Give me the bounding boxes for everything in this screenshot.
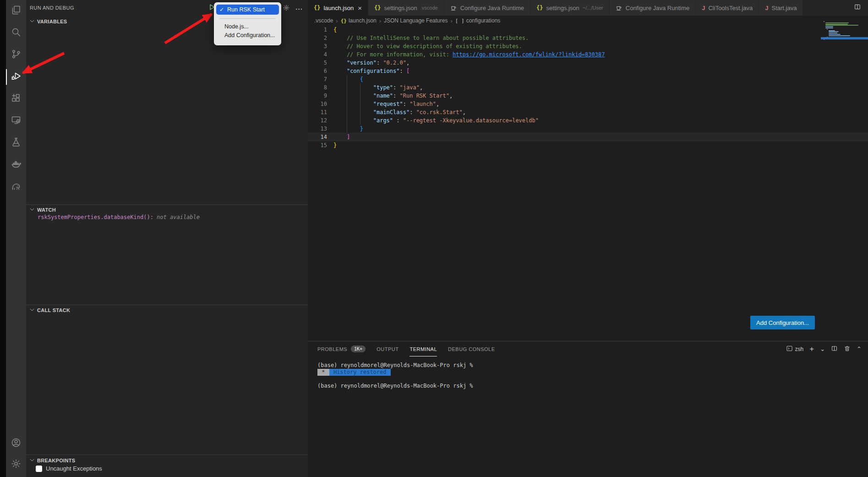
code-line-4[interactable]: 4 // For more information, visit: https:… [308, 50, 868, 59]
code-line-3[interactable]: 3 // Hover to view descriptions of exist… [308, 42, 868, 50]
line-number: 5 [308, 59, 327, 67]
tab-start-java[interactable]: JStart.java [759, 0, 803, 16]
token: "configurations" [347, 68, 400, 74]
tab-launch-json[interactable]: {}launch.json× [308, 0, 368, 16]
views-more-actions-button[interactable]: ⋯ [295, 4, 304, 13]
chevron-down-icon [28, 306, 36, 314]
terminal-output[interactable]: (base) reynoldmorel@Reynolds-MacBook-Pro… [317, 362, 473, 389]
code-line-10[interactable]: 10 "request": "launch", [308, 100, 868, 108]
code-line-14[interactable]: 14 ] [308, 133, 868, 141]
activity-item-remote-explorer[interactable] [6, 110, 26, 132]
breadcrumb-separator: › [450, 17, 452, 24]
code-line-11[interactable]: 11 "mainClass": "co.rsk.Start", [308, 108, 868, 116]
close-icon[interactable]: × [358, 4, 362, 12]
activity-item-docker[interactable] [6, 154, 26, 176]
minimap[interactable] [821, 18, 868, 64]
panel-tab-debug-console[interactable]: DEBUG CONSOLE [448, 341, 495, 356]
activity-item-explorer[interactable] [6, 0, 26, 22]
activity-item-accounts[interactable] [6, 433, 26, 454]
panel-tab-output[interactable]: OUTPUT [377, 341, 399, 356]
code-line-5[interactable]: 5 "version": "0.2.0", [308, 59, 868, 67]
terminal-line: * History restored [317, 369, 473, 376]
vscode-window: RUN AND DEBUG ⋯ VARIABLES WATCH rskSyste… [0, 0, 868, 477]
split-editor-button[interactable] [852, 2, 863, 14]
breadcrumb-item-configurations[interactable]: [ ]configurations [455, 17, 501, 24]
tab-settings-json[interactable]: {}settings.json.vscode [368, 0, 444, 16]
code-editor[interactable]: 1{2 // Use IntelliSense to learn about p… [308, 26, 868, 149]
token: , [436, 101, 439, 107]
breadcrumb: .vscode›{}launch.json›JSON Language Feat… [308, 16, 868, 26]
minimap-line [825, 25, 859, 26]
line-number: 6 [308, 67, 327, 75]
call-stack-section-header[interactable]: CALL STACK [28, 306, 70, 314]
breadcrumb-label: launch.json [349, 17, 377, 24]
line-content: } [327, 141, 337, 149]
token: "--regtest -Xkeyvalue.datasource=leveldb… [403, 117, 539, 124]
activity-item-run-and-debug[interactable] [6, 66, 26, 88]
code-line-7[interactable]: 7 { [308, 75, 868, 83]
activity-item-extensions[interactable] [6, 88, 26, 110]
selected-configuration-label: Run RSK Start [227, 6, 265, 13]
token: https://go.microsoft.com/fwlink/?linkid=… [453, 51, 605, 58]
editor-tabs: {}launch.json×{}settings.json.vscodeConf… [308, 0, 803, 16]
line-content: { [327, 75, 363, 83]
code-line-1[interactable]: 1{ [308, 26, 868, 34]
menu-item-node-js-[interactable]: Node.js... [214, 22, 281, 31]
kill-terminal-button[interactable] [844, 345, 851, 353]
code-line-9[interactable]: 9 "name": "Run RSK Start", [308, 92, 868, 100]
panel-tab-terminal[interactable]: TERMINAL [409, 341, 437, 356]
tab-configure-java-runtime[interactable]: Configure Java Runtime [444, 0, 530, 16]
java-runtime-icon [616, 5, 622, 11]
minimap-line [825, 26, 834, 27]
line-number: 14 [308, 133, 327, 141]
menu-item-run-rsk-start[interactable]: ✓ Run RSK Start [216, 5, 279, 15]
token [333, 117, 373, 124]
launch-profile-chevron-button[interactable]: ⌄ [820, 346, 825, 352]
new-terminal-button[interactable]: + [809, 345, 814, 353]
tab-configure-java-runtime[interactable]: Configure Java Runtime [610, 0, 696, 16]
tab-settings-json[interactable]: {}settings.json~/.../User [530, 0, 610, 16]
breakpoints-section-header[interactable]: BREAKPOINTS [28, 456, 75, 465]
breadcrumb-item-json-language-features[interactable]: JSON Language Features [384, 17, 448, 24]
line-number: 9 [308, 92, 327, 100]
token: , [406, 60, 409, 66]
code-line-8[interactable]: 8 "type": "java", [308, 83, 868, 92]
tab-clitoolstest-java[interactable]: JCliToolsTest.java [696, 0, 759, 16]
indent-guide [347, 116, 347, 125]
breadcrumb-item-launch-json[interactable]: {}launch.json [341, 17, 377, 24]
line-content: "args" : "--regtest -Xkeyvalue.datasourc… [327, 116, 539, 125]
activity-item-testing[interactable] [6, 132, 26, 154]
launch-settings-gear-button[interactable] [282, 4, 291, 13]
token: : [393, 117, 403, 124]
activity-bar-bottom [6, 433, 26, 475]
menu-item-add-configuration-[interactable]: Add Configuration... [214, 31, 281, 39]
maximize-panel-button[interactable]: ⌃ [857, 346, 862, 352]
code-line-13[interactable]: 13 } [308, 125, 868, 133]
activity-item-source-control[interactable] [6, 44, 26, 66]
line-number: 12 [308, 116, 327, 125]
activity-item-settings[interactable] [6, 454, 26, 475]
watch-expression-row[interactable]: rskSystemProperties.databaseKind(): not … [38, 214, 200, 220]
token: ] [347, 134, 350, 140]
code-line-15[interactable]: 15} [308, 141, 868, 149]
code-line-2[interactable]: 2 // Use IntelliSense to learn about pos… [308, 34, 868, 42]
terminal-shell-button[interactable]: zsh [786, 345, 804, 353]
token: { [333, 27, 337, 33]
code-line-6[interactable]: 6 "configurations": [ [308, 67, 868, 75]
indent-guide [347, 92, 347, 100]
activity-item-search[interactable] [6, 22, 26, 44]
token: } [333, 142, 337, 148]
uncaught-exceptions-checkbox[interactable] [36, 466, 42, 472]
call-stack-label: CALL STACK [37, 307, 70, 313]
code-line-12[interactable]: 12 "args" : "--regtest -Xkeyvalue.dataso… [308, 116, 868, 125]
panel-tab-problems[interactable]: PROBLEMS1K+ [317, 341, 366, 356]
add-configuration-button[interactable]: Add Configuration... [750, 316, 815, 329]
variables-section-header[interactable]: VARIABLES [28, 17, 67, 26]
panel-tab-label: DEBUG CONSOLE [448, 346, 495, 352]
line-content: // Use IntelliSense to learn about possi… [327, 34, 529, 42]
split-terminal-button[interactable] [831, 345, 838, 353]
breadcrumb-item--vscode[interactable]: .vscode [314, 17, 333, 24]
activity-item-gradle[interactable] [6, 176, 26, 198]
terminal-icon [786, 345, 793, 353]
watch-section-header[interactable]: WATCH [28, 206, 56, 214]
